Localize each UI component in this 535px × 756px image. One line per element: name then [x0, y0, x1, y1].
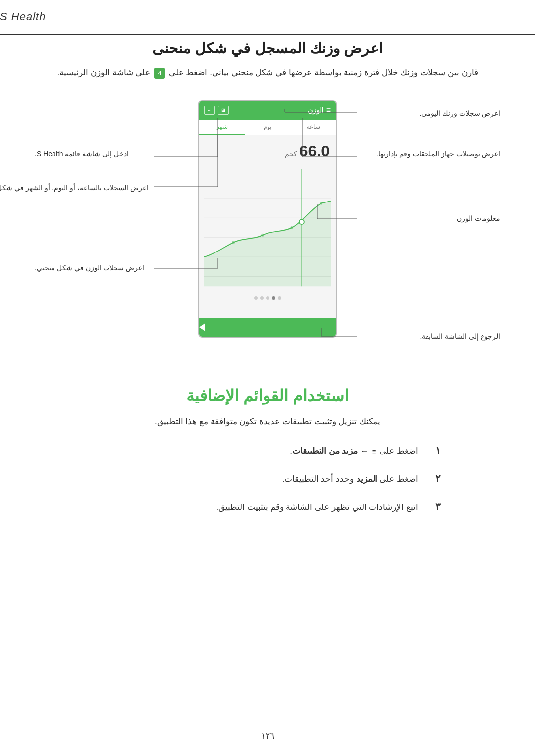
step-2-num: ٢	[426, 472, 441, 484]
phone-top-left: ≡ الوزن	[308, 106, 331, 115]
phone-weight-area: 66.0 كجم	[199, 135, 336, 163]
section2-description: يمكنك تنزيل وتثبيت تطبيقات عديدة تكون مت…	[20, 415, 515, 429]
weight-value: 66.0	[299, 142, 330, 160]
step-1: ١ اضغط على ≡ ← مزيد من التطبيقات.	[94, 444, 441, 458]
header-title: S Health	[0, 10, 46, 23]
phone-sub-tabs: ساعة يوم شهر	[199, 120, 336, 135]
svg-point-21	[232, 241, 235, 244]
weight-chart-svg	[204, 163, 331, 292]
diagram-area: اعرض سجلات وزنك اليومي. اعرض توصيلات جها…	[20, 95, 515, 372]
ann-daily-weight: اعرض سجلات وزنك اليومي.	[419, 109, 500, 118]
link-icon-box[interactable]: ∞	[204, 106, 215, 115]
nav-dot-5	[254, 296, 258, 300]
steps-list: ١ اضغط على ≡ ← مزيد من التطبيقات. ٢ اضغط…	[94, 444, 441, 515]
svg-point-20	[299, 219, 304, 224]
step-3-num: ٣	[426, 501, 441, 512]
tab-hour[interactable]: ساعة	[290, 120, 336, 135]
table-icon: ⊞	[221, 108, 225, 113]
phone-top-bar: ≡ الوزن ⊞ ∞	[199, 101, 336, 120]
step-1-num: ١	[426, 444, 441, 456]
phone-back-button[interactable]	[199, 318, 336, 337]
ann-chart-records: اعرض سجلات الوزن في شكل منحني.	[35, 263, 144, 272]
ann-devices: اعرض توصيلات جهاز الملحقات وقم بإدارتها.	[376, 150, 500, 158]
settings-icon-box[interactable]: ⊞	[218, 106, 229, 115]
step-1-bold: مزيد من التطبيقات	[292, 446, 358, 455]
ann-view-records: اعرض السجلات بالساعة، أو اليوم، أو الشهر…	[35, 182, 149, 194]
tab-month[interactable]: شهر	[199, 120, 245, 135]
phone-mockup: ≡ الوزن ⊞ ∞ ساعة يوم	[198, 100, 337, 338]
top-tab-label: الوزن	[308, 106, 323, 114]
back-arrow-icon	[199, 323, 205, 331]
ann-back-btn: الرجوع إلى الشاشة السابقة.	[420, 332, 500, 341]
highlight-icon: 4	[154, 68, 165, 79]
step-3-text: اتبع الإرشادات التي تظهر على الشاشة وقم …	[94, 501, 418, 515]
page-header: S Health	[0, 0, 535, 35]
hamburger-icon[interactable]: ≡	[326, 106, 331, 115]
section2-title: استخدام القوائم الإضافية	[20, 386, 515, 405]
phone-top-icons: ⊞ ∞	[204, 106, 229, 115]
phone-chart-area	[199, 163, 336, 292]
menu-icon-step1: ≡	[372, 445, 376, 458]
svg-point-22	[261, 234, 264, 237]
section1-description: قارن بين سجلات وزنك خلال فترة زمنية بواس…	[20, 66, 515, 80]
step-2-bold: المزيد	[356, 474, 377, 484]
section1: اعرض وزنك المسجل في شكل منحنى قارن بين س…	[20, 40, 515, 372]
tab-day[interactable]: يوم	[245, 120, 290, 135]
nav-dot-1	[278, 296, 281, 300]
link-icon: ∞	[208, 108, 211, 113]
ann-s-health-entry: ادخل إلى شاشة قائمة S Health.	[35, 150, 129, 158]
step-2-text: اضغط على المزيد وحدد أحد التطبيقات.	[94, 472, 418, 487]
section1-title: اعرض وزنك المسجل في شكل منحنى	[20, 40, 515, 57]
nav-dot-2	[272, 296, 275, 300]
page-number: ١٢٦	[261, 731, 274, 741]
step-2: ٢ اضغط على المزيد وحدد أحد التطبيقات.	[94, 472, 441, 487]
section2: استخدام القوائم الإضافية يمكنك تنزيل وتث…	[20, 386, 515, 529]
step-3: ٣ اتبع الإرشادات التي تظهر على الشاشة وق…	[94, 501, 441, 515]
phone-nav-dots	[199, 292, 336, 303]
nav-dot-4	[260, 296, 264, 300]
ann-weight-info: معلومات الوزن	[457, 214, 500, 223]
svg-point-23	[290, 226, 293, 229]
svg-point-24	[320, 202, 322, 205]
weight-unit: كجم	[285, 150, 297, 158]
step-1-text: اضغط على ≡ ← مزيد من التطبيقات.	[94, 444, 418, 458]
nav-dot-3	[266, 296, 269, 300]
